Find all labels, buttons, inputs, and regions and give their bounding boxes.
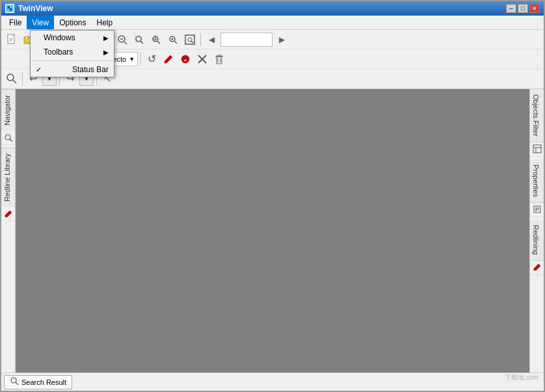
nav-prev-button[interactable]: ◀ <box>204 32 219 47</box>
windows-label: Windows <box>44 33 75 42</box>
delete-button[interactable] <box>211 51 227 67</box>
svg-point-60 <box>11 378 16 383</box>
toolbars-arrow: ▶ <box>103 49 109 56</box>
title-bar-left: TwinView <box>5 4 53 13</box>
title-bar: TwinView ─ □ ✕ <box>1 1 544 16</box>
svg-line-34 <box>174 41 177 44</box>
left-sidebar: Navigator Redline Library <box>1 89 16 372</box>
statusbar-label: Status Bar <box>72 65 109 74</box>
toolbars-label: Toolbars <box>44 47 73 57</box>
zoom-pan-button[interactable] <box>148 32 164 47</box>
svg-line-61 <box>16 382 18 385</box>
fit-all-button[interactable] <box>182 32 198 47</box>
toolbar-sep-3 <box>200 33 201 46</box>
redlining-tab[interactable]: Redlining <box>530 220 544 261</box>
restore-button[interactable]: □ <box>518 4 528 13</box>
red-stamp-button[interactable] <box>178 51 193 67</box>
svg-rect-2 <box>10 8 12 10</box>
svg-line-50 <box>13 80 16 83</box>
search-button[interactable] <box>4 71 20 86</box>
menu-view-statusbar[interactable]: ✓ Status Bar <box>31 62 114 77</box>
close-button[interactable]: ✕ <box>529 4 540 13</box>
toolbars-item-wrap: Toolbars <box>44 47 73 57</box>
statusbar-check: ✓ <box>36 66 42 74</box>
redline-library-icon[interactable] <box>1 207 16 221</box>
search-result-label: Search Result <box>21 378 66 386</box>
main-area: Navigator Redline Library Objects Filter <box>1 89 544 372</box>
svg-rect-1 <box>8 7 10 8</box>
svg-point-51 <box>5 135 10 140</box>
menu-divider <box>31 60 114 61</box>
red-edit-button[interactable] <box>161 51 176 67</box>
search-result-icon <box>10 376 19 387</box>
svg-rect-53 <box>533 145 541 153</box>
navigator-tab[interactable]: Navigator <box>1 89 15 131</box>
right-sidebar: Objects Filter Properties Redlining <box>529 89 544 372</box>
row2-spacer <box>4 53 17 66</box>
minimize-button[interactable]: ─ <box>506 4 516 13</box>
menu-file[interactable]: File <box>4 16 27 29</box>
new-file-button[interactable] <box>4 32 20 47</box>
svg-line-30 <box>157 41 160 44</box>
menu-options[interactable]: Options <box>54 16 91 29</box>
svg-line-38 <box>191 41 193 43</box>
redlining-icon[interactable] <box>530 261 544 275</box>
plotstyle-arrow: ▼ <box>129 56 135 62</box>
menu-bar: File View Options Help Windows ▶ Toolbar… <box>1 16 544 30</box>
redline-library-tab[interactable]: Redline Library <box>1 148 15 207</box>
window-title: TwinView <box>18 4 53 13</box>
svg-rect-46 <box>217 55 221 57</box>
menu-view[interactable]: View <box>27 16 54 29</box>
row2-spacer2 <box>18 53 31 66</box>
zoom-dynamic-button[interactable] <box>165 32 181 47</box>
svg-point-49 <box>7 74 14 81</box>
page-input[interactable] <box>220 33 272 47</box>
svg-point-26 <box>136 36 141 42</box>
app-icon <box>5 4 14 13</box>
toolbar-sep-6 <box>140 53 141 66</box>
objects-filter-icon[interactable] <box>530 142 544 157</box>
title-controls: ─ □ ✕ <box>506 4 540 13</box>
svg-line-52 <box>10 139 12 142</box>
windows-item-wrap: Windows <box>44 33 75 42</box>
nav-next-button[interactable]: ▶ <box>274 32 289 47</box>
properties-icon[interactable] <box>530 203 544 217</box>
svg-rect-44 <box>217 57 222 64</box>
navigator-search-icon[interactable] <box>1 131 16 145</box>
menu-view-windows[interactable]: Windows ▶ <box>31 31 114 45</box>
status-bar: Search Result 下载地.com <box>1 372 544 391</box>
menu-view-toolbars[interactable]: Toolbars ▶ <box>31 45 114 59</box>
zoom-out-button[interactable] <box>114 32 130 47</box>
svg-point-35 <box>172 38 174 40</box>
watermark: 下载地.com <box>505 373 538 382</box>
view-dropdown-menu: Windows ▶ Toolbars ▶ ✓ Status Bar <box>30 30 114 77</box>
refresh-button[interactable]: ↺ <box>144 51 159 67</box>
search-result-tab[interactable]: Search Result <box>4 375 72 389</box>
main-window: TwinView ─ □ ✕ File View Options Help Wi… <box>0 0 545 392</box>
windows-arrow: ▶ <box>103 34 109 42</box>
canvas-area <box>16 89 529 372</box>
menu-help[interactable]: Help <box>92 16 118 29</box>
discard-button[interactable] <box>194 51 210 67</box>
toolbar-sep-7 <box>22 72 23 85</box>
properties-tab[interactable]: Properties <box>530 159 544 203</box>
objects-filter-tab[interactable]: Objects Filter <box>530 89 544 142</box>
svg-line-24 <box>124 42 127 44</box>
zoom-fit-button[interactable] <box>131 32 147 47</box>
